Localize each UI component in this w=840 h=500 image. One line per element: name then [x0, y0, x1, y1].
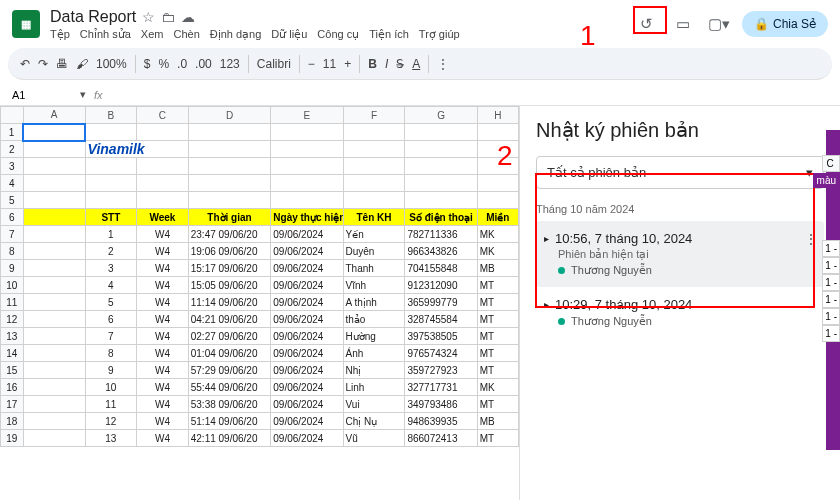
data-cell[interactable]: MK — [477, 243, 518, 260]
data-cell[interactable]: 11:14 09/06/20 — [188, 294, 271, 311]
data-cell[interactable]: 15:17 09/06/20 — [188, 260, 271, 277]
data-cell[interactable]: MT — [477, 396, 518, 413]
data-cell[interactable]: W4 — [137, 413, 189, 430]
data-cell[interactable]: 9 — [85, 362, 137, 379]
data-cell[interactable]: W4 — [137, 345, 189, 362]
data-cell[interactable]: Ánh — [343, 345, 405, 362]
table-header-cell[interactable]: Thời gian — [188, 209, 271, 226]
data-cell[interactable]: W4 — [137, 311, 189, 328]
data-cell[interactable]: W4 — [137, 379, 189, 396]
side-cell[interactable]: 1 - — [822, 325, 840, 342]
row-header[interactable]: 12 — [1, 311, 24, 328]
row-header[interactable]: 14 — [1, 345, 24, 362]
data-cell[interactable]: 976574324 — [405, 345, 477, 362]
row-header[interactable]: 18 — [1, 413, 24, 430]
data-cell[interactable]: W4 — [137, 362, 189, 379]
menu-extensions[interactable]: Tiện ích — [369, 28, 409, 41]
data-cell[interactable]: thảo — [343, 311, 405, 328]
comments-icon[interactable]: ▭ — [670, 11, 696, 37]
table-header-cell[interactable]: Ngày thực hiện — [271, 209, 343, 226]
data-cell[interactable]: W4 — [137, 396, 189, 413]
data-cell[interactable]: Chị Nụ — [343, 413, 405, 430]
data-cell[interactable]: W4 — [137, 243, 189, 260]
col-header[interactable]: C — [137, 107, 189, 124]
data-cell[interactable]: 09/06/2024 — [271, 345, 343, 362]
data-cell[interactable]: MT — [477, 311, 518, 328]
data-cell[interactable]: 6 — [85, 311, 137, 328]
menu-file[interactable]: Tệp — [50, 28, 70, 41]
data-cell[interactable]: 397538505 — [405, 328, 477, 345]
menu-help[interactable]: Trợ giúp — [419, 28, 460, 41]
menu-format[interactable]: Định dạng — [210, 28, 262, 41]
font-size[interactable]: 11 — [323, 57, 336, 71]
version-item[interactable]: ▸10:56, 7 tháng 10, 2024Phiên bản hiện t… — [536, 221, 824, 287]
data-cell[interactable]: 09/06/2024 — [271, 379, 343, 396]
data-cell[interactable]: 09/06/2024 — [271, 311, 343, 328]
data-cell[interactable]: 3 — [85, 260, 137, 277]
dec-increase-icon[interactable]: .00 — [195, 57, 212, 71]
spreadsheet-grid[interactable]: ABCDEFGH12Vinamilk3456STTWeekThời gianNg… — [0, 106, 520, 500]
data-cell[interactable]: 19:06 09/06/20 — [188, 243, 271, 260]
table-header-cell[interactable]: Week — [137, 209, 189, 226]
col-header[interactable]: B — [85, 107, 137, 124]
data-cell[interactable]: MT — [477, 277, 518, 294]
data-cell[interactable]: 5 — [85, 294, 137, 311]
data-cell[interactable]: Vĩnh — [343, 277, 405, 294]
data-cell[interactable]: 349793486 — [405, 396, 477, 413]
row-header[interactable]: 7 — [1, 226, 24, 243]
table-header-cell[interactable]: Miền — [477, 209, 518, 226]
data-cell[interactable]: W4 — [137, 277, 189, 294]
col-header[interactable]: F — [343, 107, 405, 124]
redo-icon[interactable]: ↷ — [38, 57, 48, 71]
data-cell[interactable]: 912312090 — [405, 277, 477, 294]
data-cell[interactable]: 42:11 09/06/20 — [188, 430, 271, 447]
share-button[interactable]: 🔒 Chia Sẻ — [742, 11, 828, 37]
undo-icon[interactable]: ↶ — [20, 57, 30, 71]
data-cell[interactable]: Hường — [343, 328, 405, 345]
data-cell[interactable]: Vui — [343, 396, 405, 413]
print-icon[interactable]: 🖶 — [56, 57, 68, 71]
more-formats-icon[interactable]: 123 — [220, 57, 240, 71]
currency-icon[interactable]: $ — [144, 57, 151, 71]
data-cell[interactable]: 09/06/2024 — [271, 226, 343, 243]
menu-edit[interactable]: Chỉnh sửa — [80, 28, 131, 41]
table-header-cell[interactable]: Số điện thoại — [405, 209, 477, 226]
col-header[interactable]: H — [477, 107, 518, 124]
data-cell[interactable]: MK — [477, 379, 518, 396]
data-cell[interactable]: 23:47 09/06/20 — [188, 226, 271, 243]
data-cell[interactable]: 09/06/2024 — [271, 260, 343, 277]
side-cell[interactable]: 1 - — [822, 291, 840, 308]
data-cell[interactable]: 4 — [85, 277, 137, 294]
data-cell[interactable]: 04:21 09/06/20 — [188, 311, 271, 328]
row-header[interactable]: 9 — [1, 260, 24, 277]
data-cell[interactable]: 09/06/2024 — [271, 243, 343, 260]
row-header[interactable]: 19 — [1, 430, 24, 447]
data-cell[interactable]: Linh — [343, 379, 405, 396]
col-header[interactable]: E — [271, 107, 343, 124]
font-size-plus[interactable]: + — [344, 57, 351, 71]
col-header[interactable]: G — [405, 107, 477, 124]
menu-data[interactable]: Dữ liệu — [271, 28, 307, 41]
data-cell[interactable]: MT — [477, 294, 518, 311]
data-cell[interactable]: 51:14 09/06/20 — [188, 413, 271, 430]
data-cell[interactable]: 782711336 — [405, 226, 477, 243]
row-header[interactable]: 6 — [1, 209, 24, 226]
data-cell[interactable]: MT — [477, 345, 518, 362]
font-size-minus[interactable]: − — [308, 57, 315, 71]
data-cell[interactable]: 10 — [85, 379, 137, 396]
data-cell[interactable]: MT — [477, 430, 518, 447]
data-cell[interactable]: 09/06/2024 — [271, 396, 343, 413]
data-cell[interactable]: 12 — [85, 413, 137, 430]
data-cell[interactable]: W4 — [137, 294, 189, 311]
data-cell[interactable]: 7 — [85, 328, 137, 345]
data-cell[interactable]: 55:44 09/06/20 — [188, 379, 271, 396]
data-cell[interactable]: 53:38 09/06/20 — [188, 396, 271, 413]
row-header[interactable]: 4 — [1, 175, 24, 192]
cloud-status-icon[interactable]: ☁ — [181, 9, 195, 25]
data-cell[interactable]: 948639935 — [405, 413, 477, 430]
menu-view[interactable]: Xem — [141, 28, 164, 41]
data-cell[interactable]: 704155848 — [405, 260, 477, 277]
data-cell[interactable]: Nhị — [343, 362, 405, 379]
data-cell[interactable]: MT — [477, 328, 518, 345]
data-cell[interactable]: 13 — [85, 430, 137, 447]
